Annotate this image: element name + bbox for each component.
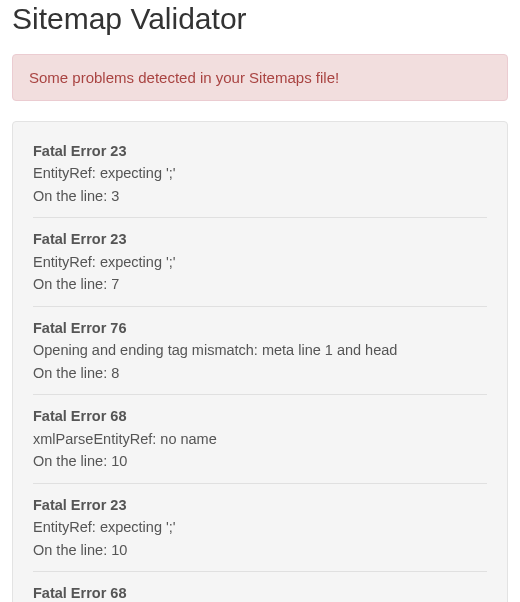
alert-error: Some problems detected in your Sitemaps … bbox=[12, 54, 508, 101]
error-message: EntityRef: expecting ';' bbox=[33, 516, 487, 538]
error-title: Fatal Error 68 bbox=[33, 405, 487, 427]
error-line: On the line: 3 bbox=[33, 185, 487, 207]
error-item: Fatal Error 68 xmlParseEntityRef: no nam… bbox=[33, 405, 487, 483]
error-title: Fatal Error 76 bbox=[33, 317, 487, 339]
error-title: Fatal Error 23 bbox=[33, 140, 487, 162]
alert-message: Some problems detected in your Sitemaps … bbox=[29, 69, 339, 86]
error-item: Fatal Error 23 EntityRef: expecting ';' … bbox=[33, 228, 487, 306]
error-line: On the line: 7 bbox=[33, 273, 487, 295]
error-line: On the line: 10 bbox=[33, 450, 487, 472]
error-message: xmlParseEntityRef: no name bbox=[33, 428, 487, 450]
page-title: Sitemap Validator bbox=[12, 2, 508, 36]
page: Sitemap Validator Some problems detected… bbox=[0, 2, 520, 602]
error-title: Fatal Error 23 bbox=[33, 228, 487, 250]
error-panel: Fatal Error 23 EntityRef: expecting ';' … bbox=[12, 121, 508, 602]
error-title: Fatal Error 23 bbox=[33, 494, 487, 516]
error-message: EntityRef: expecting ';' bbox=[33, 251, 487, 273]
error-message: Opening and ending tag mismatch: meta li… bbox=[33, 339, 487, 361]
error-item: Fatal Error 76 Opening and ending tag mi… bbox=[33, 317, 487, 395]
error-line: On the line: 10 bbox=[33, 539, 487, 561]
error-item: Fatal Error 68 xmlParseEntityRef: no nam… bbox=[33, 582, 487, 602]
error-message: EntityRef: expecting ';' bbox=[33, 162, 487, 184]
error-item: Fatal Error 23 EntityRef: expecting ';' … bbox=[33, 494, 487, 572]
error-line: On the line: 8 bbox=[33, 362, 487, 384]
error-title: Fatal Error 68 bbox=[33, 582, 487, 602]
error-item: Fatal Error 23 EntityRef: expecting ';' … bbox=[33, 140, 487, 218]
